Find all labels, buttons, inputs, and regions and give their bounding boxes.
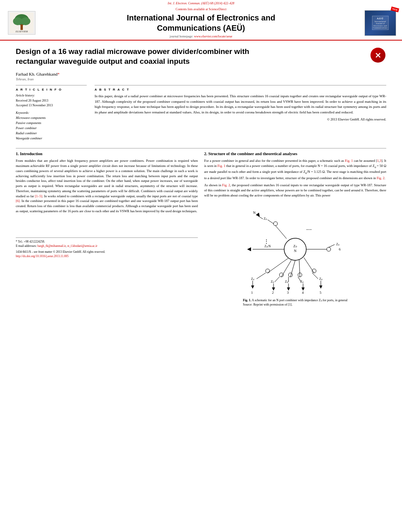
page: Int. J. Electron. Commun. (AEÜ) 68 (2014… xyxy=(0,0,402,532)
elsevier-tree-icon: ELSEVIER xyxy=(8,11,35,35)
section2-heading: 2. Structure of the combiner and theoret… xyxy=(204,152,386,156)
svg-text:Z₀: Z₀ xyxy=(336,243,339,246)
article-footer: * Tel.: +98 4212224258. E-mail addresses… xyxy=(16,237,198,259)
email1-link[interactable]: bargh_fk@mihanmail.ir xyxy=(37,244,66,248)
svg-text:⋯: ⋯ xyxy=(306,227,312,233)
ref-1[interactable]: 1 xyxy=(377,159,379,163)
homepage-line: journal homepage: www.elsevier.com/locat… xyxy=(43,35,359,38)
crossmark-circle: ⨯ xyxy=(370,48,385,63)
svg-text:Z₀/N: Z₀/N xyxy=(264,245,271,248)
header-content: ELSEVIER Contents lists available at Sci… xyxy=(0,6,402,40)
footnote-email: E-mail addresses: bargh_fk@mihanmail.ir,… xyxy=(16,244,198,248)
svg-text:1: 1 xyxy=(251,291,253,295)
new-badge: NEW xyxy=(391,6,399,12)
author-name: Farhad Kh. Gharehkand xyxy=(16,72,58,76)
section2-para1: For a power combiner in general and also… xyxy=(204,158,386,180)
svg-text:Z₀: Z₀ xyxy=(271,280,274,284)
elsevier-logo: ELSEVIER xyxy=(4,11,39,35)
abstract-text: In this paper, design of a radial power … xyxy=(95,94,386,115)
body-left-col: 1. Introduction From modules that are pl… xyxy=(16,152,198,307)
ref-3[interactable]: 3 xyxy=(380,159,381,163)
citation-text: Int. J. Electron. Commun. (AEÜ) 68 (2014… xyxy=(168,2,234,5)
article-title-section: Design of a 16 way radial microwave powe… xyxy=(16,47,386,69)
body-two-col: 1. Introduction From modules that are pl… xyxy=(16,152,386,307)
body-right-col: 2. Structure of the combiner and theoret… xyxy=(204,152,386,307)
footnote-tel: * Tel.: +98 4212224258. xyxy=(16,239,198,244)
article-info-abstract: A R T I C L E I N F O Article history: R… xyxy=(16,85,386,144)
right-logo-inner: AEÜ InternationalJournal ofElectronics a… xyxy=(372,16,389,30)
journal-logo-right: NEW AEÜ InternationalJournal ofElectroni… xyxy=(363,10,398,36)
article-info-col: A R T I C L E I N F O Article history: R… xyxy=(16,85,87,144)
history-heading: Article history: xyxy=(16,94,87,97)
svg-text:Z₀: Z₀ xyxy=(285,280,288,284)
section-divider xyxy=(16,148,386,148)
article-info-label: A R T I C L E I N F O xyxy=(16,88,87,91)
figure1-area: Z₀ N Z₀ 1 xyxy=(204,202,386,307)
crossmark-logo[interactable]: ⨯ xyxy=(370,47,386,63)
ref-link-1-5[interactable]: [1–5] xyxy=(35,194,42,198)
intro-heading: 1. Introduction xyxy=(16,152,198,156)
abstract-col: A B S T R A C T In this paper, design of… xyxy=(95,85,386,144)
doi-link[interactable]: http://dx.doi.org/10.1016/j.aeue.2013.11… xyxy=(16,254,69,258)
accepted-date: Accepted 13 November 2013 xyxy=(16,103,87,108)
email2-link[interactable]: st_f.khodaei@urmia.ac.ir xyxy=(67,244,97,248)
svg-text:N: N xyxy=(294,249,297,253)
author-affiliation: Tehran, Iran xyxy=(16,77,386,81)
figure1-svg: Z₀ N Z₀ 1 xyxy=(228,202,362,297)
article-history-group: Article history: Received 20 August 2013… xyxy=(16,94,87,108)
journal-main-title: International Journal of Electronics and… xyxy=(43,13,359,33)
science-direct-label: Contents lists available at ScienceDirec… xyxy=(43,7,359,11)
svg-text:N: N xyxy=(253,211,256,215)
fig1-link-1[interactable]: Fig. 1 xyxy=(345,159,353,163)
article-container: Design of a 16 way radial microwave powe… xyxy=(0,43,402,311)
abstract-label: A B S T R A C T xyxy=(95,88,386,91)
keywords-list: Microwave components Passive components … xyxy=(16,116,87,141)
svg-text:Z₀: Z₀ xyxy=(264,217,267,221)
author-marker: * xyxy=(58,72,60,76)
doi-line: http://dx.doi.org/10.1016/j.aeue.2013.11… xyxy=(16,254,198,258)
svg-text:3: 3 xyxy=(287,291,289,295)
journal-header: Int. J. Electron. Commun. (AEÜ) 68 (2014… xyxy=(0,0,402,41)
right-journal-logo: NEW AEÜ InternationalJournal ofElectroni… xyxy=(365,10,396,36)
svg-text:⋮: ⋮ xyxy=(264,239,269,245)
homepage-link[interactable]: www.elsevier.com/locate/aeue xyxy=(194,35,232,38)
author-line: Farhad Kh. Gharehkand* xyxy=(16,72,386,76)
section2-para2: As shown in Fig. 2, the proposed combine… xyxy=(204,183,386,198)
keywords-group: Keywords: Microwave components Passive c… xyxy=(16,111,87,141)
svg-text:4: 4 xyxy=(302,291,304,295)
svg-text:Z₀: Z₀ xyxy=(319,277,322,281)
svg-text:5: 5 xyxy=(320,291,322,295)
keywords-heading: Keywords: xyxy=(16,111,87,115)
top-citation: Int. J. Electron. Commun. (AEÜ) 68 (2014… xyxy=(0,0,402,6)
svg-text:Z₀: Z₀ xyxy=(251,277,254,281)
svg-text:ELSEVIER: ELSEVIER xyxy=(15,30,28,33)
svg-text:Z₀: Z₀ xyxy=(293,244,297,248)
issn-line: 1434-8411/$ – see front matter © 2013 El… xyxy=(16,250,198,254)
svg-text:Z₀: Z₀ xyxy=(300,280,303,284)
svg-point-3 xyxy=(21,17,30,25)
fig2-link-2[interactable]: Fig. 2 xyxy=(222,183,230,187)
ref-link-6[interactable]: [6] xyxy=(16,199,20,203)
figure1-caption: Fig. 1. A schematic for an N port combin… xyxy=(243,298,348,307)
copyright-line: © 2013 Elsevier GmbH. All rights reserve… xyxy=(95,117,386,121)
science-direct-link[interactable]: ScienceDirect xyxy=(209,7,227,11)
intro-paragraph: From modules that are placed after high … xyxy=(16,158,198,213)
fig1-link-2[interactable]: Fig. 1 xyxy=(218,164,225,168)
svg-rect-4 xyxy=(20,24,23,30)
article-title: Design of a 16 way radial microwave powe… xyxy=(16,47,370,66)
svg-text:2: 2 xyxy=(272,291,274,295)
fig2-link-1[interactable]: Fig. 2 xyxy=(377,176,385,180)
svg-text:6: 6 xyxy=(339,247,341,251)
journal-title-center: Contents lists available at ScienceDirec… xyxy=(39,7,363,38)
received-date: Received 20 August 2013 xyxy=(16,98,87,103)
